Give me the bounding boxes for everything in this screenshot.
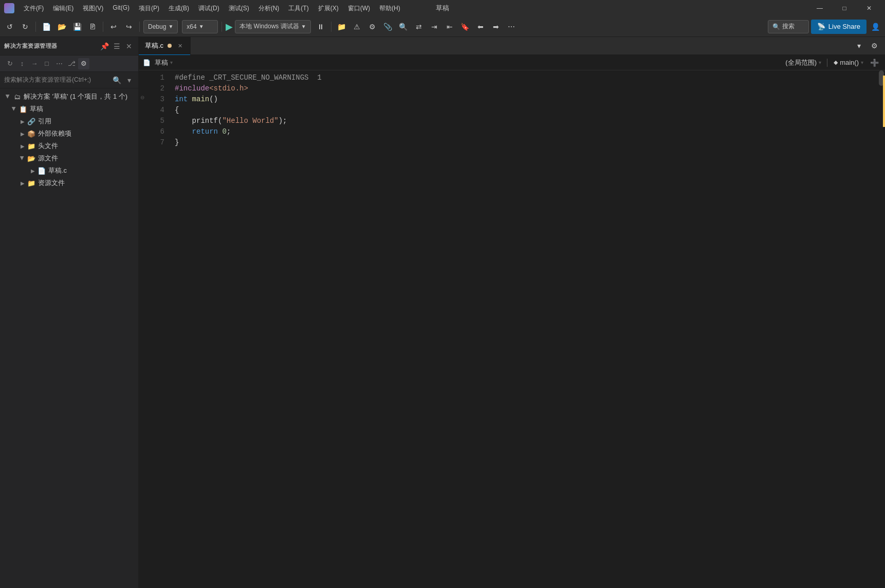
diagnostics-button[interactable]: ⚠: [351, 20, 364, 33]
pin-icon[interactable]: 📌: [99, 41, 109, 51]
sidebar-search-options-icon[interactable]: ▾: [124, 75, 134, 85]
sidebar-menu-icon[interactable]: ☰: [112, 41, 122, 51]
tree-arrow-sources: ▶: [19, 154, 27, 162]
prev-bookmark-button[interactable]: ⬅: [474, 20, 487, 33]
solution-tree: ▶ 🗂 解决方案 '草稿' (1 个项目，共 1 个) ▶ 📋 草稿 ▶ 🔗 引…: [0, 88, 138, 588]
bookmark-button[interactable]: 🔖: [458, 20, 472, 33]
resources-label: 资源文件: [38, 178, 65, 188]
forward-button[interactable]: ↻: [19, 20, 32, 33]
scope-selector[interactable]: (全局范围) ▾: [785, 58, 821, 67]
menu-extensions[interactable]: 扩展(X): [314, 3, 343, 14]
tree-item-resources[interactable]: ▶ 📁 资源文件: [0, 177, 138, 189]
unindent-button[interactable]: ⇤: [443, 20, 456, 33]
save-button[interactable]: 💾: [70, 20, 84, 33]
add-line-button[interactable]: ➕: [868, 56, 881, 69]
next-bookmark-button[interactable]: ➡: [489, 20, 503, 33]
code-content[interactable]: #define _CRT_SECURE_NO_WARNINGS 1 #inclu…: [171, 70, 878, 588]
account-button[interactable]: 👤: [869, 20, 882, 33]
menu-bar: 文件(F) 编辑(E) 视图(V) Git(G) 项目(P) 生成(B) 调试(…: [20, 3, 404, 14]
editor-header-right: ➕: [868, 56, 881, 69]
breadcrumb-file[interactable]: 草稿 ▾: [155, 58, 173, 67]
tab-list-button[interactable]: ▾: [852, 39, 865, 52]
gutter-line-3[interactable]: ⊖: [139, 92, 146, 103]
menu-edit[interactable]: 编辑(E): [49, 3, 78, 14]
sources-label: 源文件: [38, 154, 58, 163]
redo-button[interactable]: ↪: [122, 20, 136, 33]
tree-arrow-resources: ▶: [19, 179, 27, 187]
minimize-button[interactable]: ―: [808, 0, 832, 16]
menu-help[interactable]: 帮助(H): [375, 3, 404, 14]
menu-window[interactable]: 窗口(W): [344, 3, 374, 14]
settings-icon[interactable]: ⚙: [868, 39, 881, 52]
editor-scrollbar[interactable]: [878, 70, 885, 588]
debug-config-dropdown[interactable]: Debug ▼: [143, 20, 178, 33]
save-all-button[interactable]: 🖹: [86, 20, 99, 33]
sidebar-search-icon[interactable]: 🔍: [112, 75, 122, 85]
search-icon: 🔍: [772, 23, 780, 30]
tree-item-solution[interactable]: ▶ 🗂 解决方案 '草稿' (1 个项目，共 1 个): [0, 90, 138, 103]
tree-item-project[interactable]: ▶ 📋 草稿: [0, 103, 138, 115]
sidebar-title: 解决方案资源管理器: [4, 42, 58, 50]
collapse-all-button[interactable]: ↕: [16, 58, 28, 69]
attach-button[interactable]: 📎: [381, 20, 395, 33]
tree-item-refs[interactable]: ▶ 🔗 引用: [0, 115, 138, 127]
track-active-button[interactable]: →: [29, 58, 40, 69]
close-button[interactable]: ✕: [857, 0, 881, 16]
indent-button[interactable]: ⇥: [428, 20, 441, 33]
line-num-2: 2: [146, 83, 164, 94]
extra-button[interactable]: ⋯: [505, 20, 518, 33]
filter-button[interactable]: ⋯: [53, 58, 65, 69]
tree-item-file-c[interactable]: ▶ 📄 草稿.c: [0, 164, 138, 177]
tree-item-external-deps[interactable]: ▶ 📦 外部依赖项: [0, 127, 138, 140]
tab-bar: 草稿.c ✕ ▾ ⚙: [139, 37, 885, 55]
menu-test[interactable]: 测试(S): [225, 3, 253, 14]
properties-button[interactable]: ⚙: [78, 58, 89, 69]
headers-label: 头文件: [38, 141, 58, 151]
new-file-button[interactable]: 📄: [40, 20, 53, 33]
live-share-button[interactable]: 📡 Live Share: [811, 20, 866, 34]
tree-item-headers[interactable]: ▶ 📁 头文件: [0, 140, 138, 152]
start-debug-button[interactable]: ▶: [226, 21, 233, 32]
menu-project[interactable]: 项目(P): [135, 3, 163, 14]
restore-button[interactable]: □: [833, 0, 856, 16]
local-debugger-dropdown[interactable]: 本地 Windows 调试器 ▼: [235, 20, 310, 33]
platform-dropdown[interactable]: x64 ▼: [182, 20, 218, 33]
menu-analyze[interactable]: 分析(N): [254, 3, 284, 14]
menu-build[interactable]: 生成(B): [164, 3, 193, 14]
analyze-button[interactable]: 🔍: [397, 20, 410, 33]
pause-button[interactable]: ⏸: [314, 20, 327, 33]
code-line-4: {: [175, 105, 878, 116]
function-selector[interactable]: ◆ main() ▾: [834, 59, 863, 66]
external-deps-icon: 📦: [27, 129, 36, 138]
menu-debug[interactable]: 调试(D): [194, 3, 224, 14]
tools-button[interactable]: ⚙: [366, 20, 379, 33]
sidebar-header: 解决方案资源管理器 📌 ☰ ✕: [0, 37, 138, 56]
gutter-line-2: [139, 81, 146, 92]
back-button[interactable]: ↺: [3, 20, 16, 33]
tree-arrow-project: ▶: [10, 105, 19, 113]
menu-view[interactable]: 视图(V): [79, 3, 107, 14]
git-button[interactable]: ⎇: [66, 58, 77, 69]
scrollbar-highlight: [883, 76, 885, 127]
menu-git[interactable]: Git(G): [108, 3, 134, 14]
gutter-line-1: [139, 70, 146, 81]
menu-tools[interactable]: 工具(T): [284, 3, 312, 14]
project-icon: 📋: [19, 104, 28, 114]
code-editor[interactable]: ⊖ 1 2 3 4 5 6 7 #define _CRT_SECURE_NO_W…: [139, 70, 885, 588]
tree-item-sources[interactable]: ▶ 📂 源文件: [0, 152, 138, 164]
tab-active[interactable]: 草稿.c ✕: [139, 37, 191, 55]
tab-close-button[interactable]: ✕: [176, 42, 184, 50]
menu-file[interactable]: 文件(F): [20, 3, 48, 14]
close-panel-icon[interactable]: ✕: [124, 41, 134, 51]
window-title: 草稿: [436, 4, 449, 13]
tree-arrow-solution: ▶: [4, 93, 12, 101]
search-box[interactable]: 🔍 搜索: [768, 20, 809, 33]
undo-button[interactable]: ↩: [107, 20, 120, 33]
sidebar: 解决方案资源管理器 📌 ☰ ✕ ↻ ↕ → □ ⋯ ⎇ ⚙ 搜索解决方案资源管理…: [0, 37, 139, 588]
sync-button[interactable]: ↻: [4, 58, 15, 69]
show-all-button[interactable]: □: [41, 58, 52, 69]
open-button[interactable]: 📂: [55, 20, 68, 33]
open-folder-button[interactable]: 📁: [335, 20, 348, 33]
refactor-button[interactable]: ⇄: [412, 20, 426, 33]
breadcrumb-chevron: ▾: [170, 60, 173, 65]
